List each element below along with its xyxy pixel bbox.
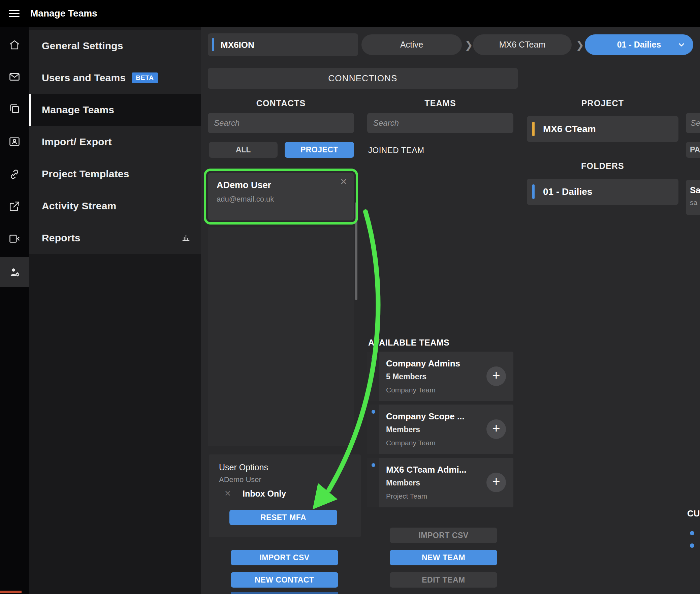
contact-card[interactable]: ADemo User adu@email.co.uk ✕: [208, 173, 354, 220]
main-content: MX6ION Active ❯ MX6 CTeam ❯ 01 - Dailies…: [201, 27, 700, 594]
import-csv-teams-button[interactable]: IMPORT CSV: [390, 528, 497, 543]
chevron-right-icon: ❯: [465, 39, 473, 51]
rail-active-item: [0, 257, 29, 287]
bar-chart-icon: [181, 233, 191, 243]
contacts-list: [208, 227, 354, 446]
sidebar-item-general-settings[interactable]: General Settings: [29, 30, 201, 62]
team-card: Company Scope ... Members Company Team +: [367, 405, 513, 454]
edge-filter-button[interactable]: PA: [686, 142, 700, 158]
teams-search-input[interactable]: [367, 113, 513, 133]
folder-accent-bar: [532, 184, 535, 199]
team-card-strip: [367, 405, 379, 454]
contact-card-icon[interactable]: [0, 131, 29, 152]
joined-team-label: JOINED TEAM: [368, 146, 424, 155]
link-icon[interactable]: [0, 164, 29, 185]
edit-team-button[interactable]: EDIT TEAM: [390, 572, 497, 588]
project-accent-bar: [532, 122, 535, 136]
user-settings-icon[interactable]: [0, 261, 29, 283]
add-team-button[interactable]: +: [486, 419, 506, 439]
top-bar: Manage Teams: [0, 0, 700, 27]
connections-header: CONNECTIONS: [208, 68, 518, 89]
available-teams-label: AVAILABLE TEAMS: [368, 338, 449, 348]
sidebar-item-import-export[interactable]: Import/ Export: [29, 126, 201, 158]
project-card[interactable]: MX6 CTeam: [527, 116, 678, 142]
edge-card[interactable]: Sa sa: [686, 180, 700, 215]
reset-mfa-button[interactable]: RESET MFA: [229, 510, 337, 525]
windows-icon[interactable]: [0, 98, 29, 119]
import-csv-contacts-button[interactable]: IMPORT CSV: [231, 550, 338, 565]
chevron-right-icon: ❯: [576, 39, 584, 51]
hamburger-menu-icon[interactable]: [9, 8, 21, 19]
workspace-card[interactable]: MX6ION: [208, 33, 358, 56]
folders-label: FOLDERS: [527, 161, 678, 171]
home-icon[interactable]: [0, 34, 29, 56]
close-icon[interactable]: ✕: [224, 489, 231, 498]
teams-header: TEAMS: [367, 98, 513, 108]
folder-card[interactable]: 01 - Dailies: [527, 179, 678, 205]
new-team-button[interactable]: NEW TEAM: [390, 550, 497, 565]
settings-sidebar: General Settings Users and Teams BETA Ma…: [29, 27, 201, 594]
team-card: MX6 CTeam Admi... Members Project Team +: [367, 458, 513, 507]
icon-rail: [0, 27, 29, 594]
rail-bottom-accent: [0, 591, 22, 593]
status-dot: [372, 357, 375, 361]
sidebar-item-users-and-teams[interactable]: Users and Teams BETA: [29, 62, 201, 94]
folder-dropdown-label: 01 - Dailies: [617, 40, 661, 50]
status-dot: [372, 410, 375, 414]
add-team-button[interactable]: +: [486, 473, 506, 492]
sidebar-item-manage-teams[interactable]: Manage Teams: [29, 94, 201, 126]
contact-email: adu@email.co.uk: [217, 195, 274, 204]
project-header: PROJECT: [527, 98, 678, 108]
scrollbar-thumb[interactable]: [355, 202, 357, 300]
user-options-title: User Options: [219, 463, 268, 472]
chevron-down-icon: [677, 40, 686, 49]
user-options-panel: User Options ADemo User ✕ Inbox Only RES…: [209, 454, 361, 537]
edge-section-heading: CU: [687, 508, 700, 519]
beta-badge: BETA: [132, 72, 158, 83]
close-icon[interactable]: ✕: [340, 177, 347, 187]
breadcrumb-folder-dropdown[interactable]: 01 - Dailies: [585, 34, 693, 55]
workspace-accent-bar: [212, 38, 214, 51]
status-dot: [690, 531, 694, 535]
workspace-name: MX6ION: [221, 39, 254, 50]
team-card-strip: [367, 458, 379, 507]
display-chevron-icon[interactable]: [0, 228, 29, 249]
sidebar-item-project-templates[interactable]: Project Templates: [29, 158, 201, 190]
team-card: Company Admins 5 Members Company Team +: [367, 352, 513, 401]
inbox-only-label: Inbox Only: [243, 489, 286, 499]
sidebar-item-reports[interactable]: Reports: [29, 222, 201, 254]
breadcrumb-status-pill[interactable]: Active: [361, 34, 462, 55]
mail-icon[interactable]: [0, 66, 29, 88]
add-team-button[interactable]: +: [486, 366, 506, 386]
contacts-search-input[interactable]: [208, 113, 354, 133]
contacts-filter-project-button[interactable]: PROJECT: [285, 142, 354, 158]
sidebar-item-activity-stream[interactable]: Activity Stream: [29, 190, 201, 222]
breadcrumb-team-pill[interactable]: MX6 CTeam: [473, 34, 572, 55]
contacts-header: CONTACTS: [208, 98, 354, 108]
team-card-strip: [367, 352, 379, 401]
partial-button[interactable]: [231, 592, 338, 594]
user-options-username: ADemo User: [219, 475, 261, 484]
status-dot: [372, 463, 375, 467]
status-dot: [690, 543, 694, 548]
folder-name: 01 - Dailies: [543, 186, 592, 197]
external-link-icon[interactable]: [0, 196, 29, 217]
contact-name: ADemo User: [217, 180, 271, 190]
edge-search-input[interactable]: Se: [686, 113, 700, 133]
contacts-filter-all-button[interactable]: ALL: [209, 142, 278, 158]
page-title: Manage Teams: [30, 0, 97, 27]
new-contact-button[interactable]: NEW CONTACT: [231, 572, 338, 588]
project-name: MX6 CTeam: [543, 124, 596, 135]
